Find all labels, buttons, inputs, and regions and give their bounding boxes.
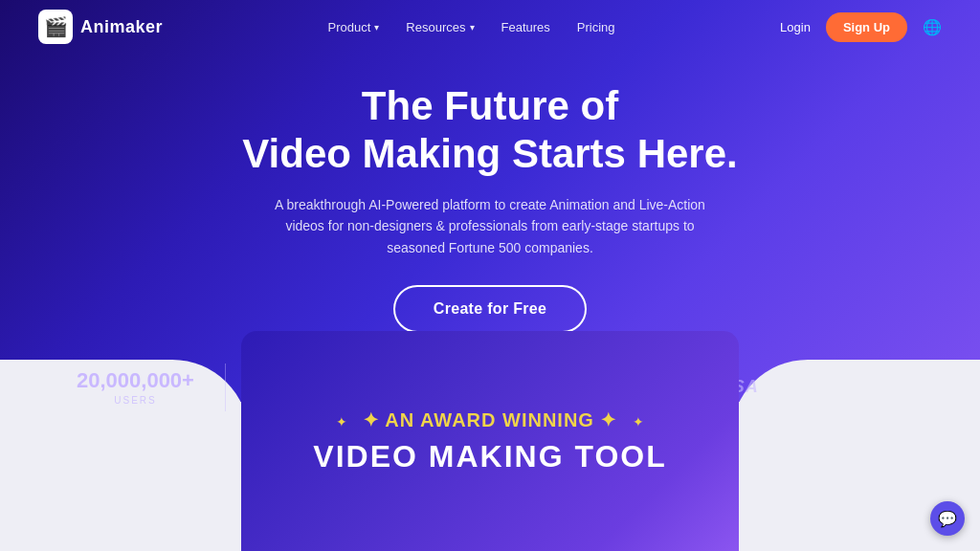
nav-features[interactable]: Features xyxy=(501,20,550,34)
nav-links: Product ▾ Resources ▾ Features Pricing xyxy=(328,20,615,34)
login-button[interactable]: Login xyxy=(780,20,811,34)
chat-icon: 💬 xyxy=(938,510,957,528)
stats-divider xyxy=(225,364,227,411)
brand-name: Animaker xyxy=(80,17,163,37)
signup-button[interactable]: Sign Up xyxy=(826,12,907,42)
hero-section: The Future of Video Making Starts Here. … xyxy=(0,54,980,333)
hero-subtitle: A breakthrough AI-Powered platform to cr… xyxy=(270,194,710,258)
star-right-icon: ✦ xyxy=(621,414,644,430)
award-subtitle-text: ✦ AN AWARD WINNING ✦ xyxy=(363,409,618,430)
logo-icon: 🎬 xyxy=(38,10,73,44)
nav-pricing[interactable]: Pricing xyxy=(577,20,615,34)
stats-number: 20,000,000+ xyxy=(77,368,194,393)
cta-create-button[interactable]: Create for Free xyxy=(393,285,587,333)
chevron-down-icon: ▾ xyxy=(470,22,475,33)
nav-resources[interactable]: Resources ▾ xyxy=(406,20,474,34)
chevron-down-icon: ▾ xyxy=(374,22,379,33)
chat-button[interactable]: 💬 xyxy=(930,501,965,536)
globe-icon[interactable]: 🌐 xyxy=(923,18,942,36)
stats-block: 20,000,000+ USERS xyxy=(77,368,225,406)
navbar: 🎬 Animaker Product ▾ Resources ▾ Feature… xyxy=(0,0,980,54)
stats-label: USERS xyxy=(77,395,194,406)
award-title: VIDEO MAKING TOOL xyxy=(313,439,666,474)
logo[interactable]: 🎬 Animaker xyxy=(38,10,163,44)
award-stars: ✦ ✦ AN AWARD WINNING ✦ ✦ xyxy=(336,408,644,431)
nav-product[interactable]: Product ▾ xyxy=(328,20,380,34)
award-card: ✦ ✦ AN AWARD WINNING ✦ ✦ VIDEO MAKING TO… xyxy=(241,331,739,551)
hero-title: The Future of Video Making Starts Here. xyxy=(19,82,961,179)
nav-actions: Login Sign Up 🌐 xyxy=(780,12,942,42)
star-left-icon: ✦ xyxy=(336,414,359,430)
